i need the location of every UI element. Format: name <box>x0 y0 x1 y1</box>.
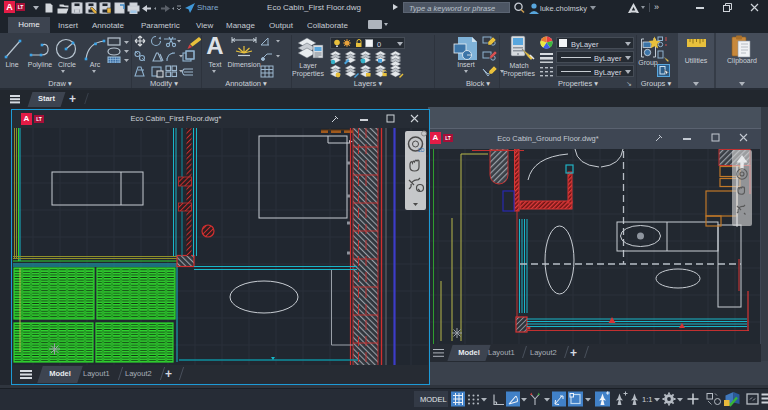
svg-text:2D: 2D <box>418 147 425 153</box>
svg-text:1:1: 1:1 <box>642 395 652 404</box>
